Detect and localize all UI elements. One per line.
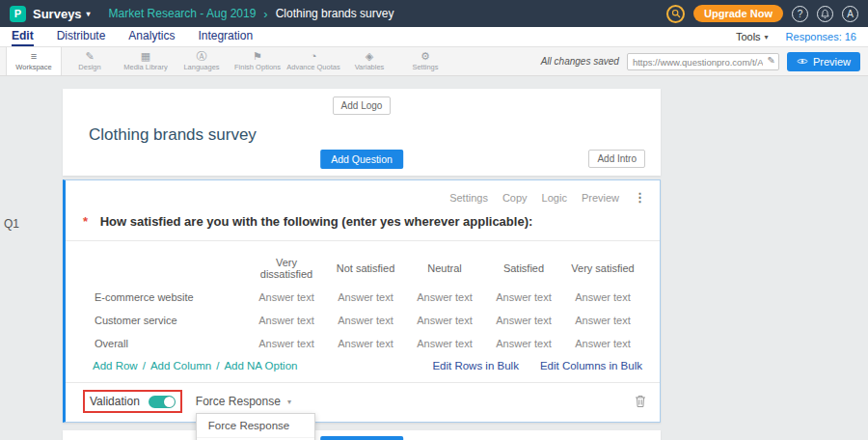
breadcrumb: Market Research - Aug 2019 › Clothing br… xyxy=(109,7,394,21)
question-settings-link[interactable]: Settings xyxy=(449,192,488,204)
row-label[interactable]: Overall xyxy=(93,332,247,355)
force-response-value: Force Response xyxy=(196,395,281,408)
more-options-icon[interactable]: ⋮ xyxy=(634,190,646,205)
answer-cell[interactable]: Answer text xyxy=(484,309,563,332)
responses-link[interactable]: Responses: 16 xyxy=(786,31,856,42)
validation-label: Validation xyxy=(90,395,140,408)
add-column-link[interactable]: Add Column xyxy=(150,360,211,371)
product-switcher[interactable]: Surveys ▾ xyxy=(33,7,91,21)
advance-quotas-icon: ◔ xyxy=(311,51,317,62)
breadcrumb-current: Clothing brands survey xyxy=(276,7,394,20)
tab-analytics[interactable]: Analytics xyxy=(128,27,175,46)
question-logic-link[interactable]: Logic xyxy=(542,192,567,204)
notifications-bell-icon[interactable] xyxy=(817,6,833,22)
column-header[interactable]: Neutral xyxy=(405,251,484,286)
tab-edit[interactable]: Edit xyxy=(12,27,34,46)
question-title-row: * How satisfied are you with the followi… xyxy=(66,205,660,241)
column-header[interactable]: Not satisfied xyxy=(326,251,405,286)
question-preview-link[interactable]: Preview xyxy=(582,192,619,204)
add-na-option-link[interactable]: Add NA Option xyxy=(224,360,297,371)
upgrade-now-button[interactable]: Upgrade Now xyxy=(693,5,783,22)
answer-cell[interactable]: Answer text xyxy=(326,332,405,355)
edit-url-pencil-icon[interactable]: ✎ xyxy=(767,55,774,66)
tab-distribute[interactable]: Distribute xyxy=(57,27,106,46)
answer-cell[interactable]: Answer text xyxy=(563,332,642,355)
tools-dropdown[interactable]: Tools ▾ xyxy=(736,31,769,42)
media-library-icon: ▦ xyxy=(141,51,150,62)
add-question-button-bottom[interactable]: Add Question xyxy=(320,436,403,440)
answer-cell[interactable]: Answer text xyxy=(484,286,563,309)
save-status: All changes saved xyxy=(541,56,619,67)
top-bar: P Surveys ▾ Market Research - Aug 2019 ›… xyxy=(0,0,868,27)
validation-row: Validation Force Response ▾ Force Respon… xyxy=(66,382,660,422)
tab-integration[interactable]: Integration xyxy=(198,27,253,46)
answer-cell[interactable]: Answer text xyxy=(326,286,405,309)
answer-cell[interactable]: Answer text xyxy=(247,286,326,309)
finish-options-icon: ⚑ xyxy=(253,51,262,62)
toolbar-item-languages[interactable]: Ⓐ Languages xyxy=(174,47,230,75)
toolbar-item-settings[interactable]: ⚙ Settings xyxy=(397,47,453,75)
row-label[interactable]: E-commerce website xyxy=(93,286,247,309)
answer-cell[interactable]: Answer text xyxy=(247,309,326,332)
answer-cell[interactable]: Answer text xyxy=(405,332,484,355)
answer-cell[interactable]: Answer text xyxy=(484,332,563,355)
survey-title[interactable]: Clothing brands survey xyxy=(89,125,661,145)
breadcrumb-folder-link[interactable]: Market Research - Aug 2019 xyxy=(109,7,257,20)
answer-cell[interactable]: Answer text xyxy=(405,286,484,309)
table-edit-links: Add Row / Add Column / Add NA Option Edi… xyxy=(66,355,660,382)
avatar[interactable]: A xyxy=(842,6,858,22)
survey-url-wrap: ✎ xyxy=(627,52,779,71)
app-window: P Surveys ▾ Market Research - Aug 2019 ›… xyxy=(0,0,868,440)
add-row-link[interactable]: Add Row xyxy=(93,360,138,371)
toolbar-item-advance-quotas[interactable]: ◔ Advance Quotas xyxy=(285,47,341,75)
validation-annotation-highlight: Validation xyxy=(83,390,182,413)
edit-rows-bulk-link[interactable]: Edit Rows in Bulk xyxy=(432,360,518,371)
table-row: Overall Answer text Answer text Answer t… xyxy=(93,332,642,355)
chevron-right-icon: › xyxy=(263,7,267,21)
link-separator: / xyxy=(216,360,219,371)
main-nav: Edit Distribute Analytics Integration To… xyxy=(0,27,868,47)
nav-tabs: Edit Distribute Analytics Integration xyxy=(12,27,253,46)
workspace-icon: ≡ xyxy=(31,51,37,62)
answer-cell[interactable]: Answer text xyxy=(405,309,484,332)
delete-question-trash-icon[interactable] xyxy=(635,395,646,408)
column-header[interactable]: Satisfied xyxy=(484,251,563,286)
editor-canvas: Q1 Add Logo Clothing brands survey Add Q… xyxy=(0,76,868,440)
answer-cell[interactable]: Answer text xyxy=(247,332,326,355)
edit-columns-bulk-link[interactable]: Edit Columns in Bulk xyxy=(540,360,642,371)
preview-button[interactable]: Preview xyxy=(787,52,860,71)
question-text[interactable]: How satisfied are you with the following… xyxy=(100,214,533,229)
add-logo-button[interactable]: Add Logo xyxy=(333,96,392,115)
gear-icon: ⚙ xyxy=(420,51,430,62)
add-intro-button[interactable]: Add Intro xyxy=(588,150,645,168)
toolbar-item-workspace[interactable]: ≡ Workspace xyxy=(6,47,62,75)
caret-down-icon: ▾ xyxy=(765,33,769,41)
validation-toggle[interactable] xyxy=(149,396,176,408)
search-icon[interactable] xyxy=(666,5,685,23)
matrix-table-wrap: Very dissatisfied Not satisfied Neutral … xyxy=(66,241,660,355)
question-number-label: Q1 xyxy=(4,217,19,231)
row-label[interactable]: Customer service xyxy=(93,309,247,332)
answer-cell[interactable]: Answer text xyxy=(563,309,642,332)
survey-url-input[interactable] xyxy=(627,53,779,70)
questionpro-logo[interactable]: P xyxy=(10,6,26,22)
force-response-dropdown-menu: Force Response Request Response xyxy=(196,413,315,440)
question-copy-link[interactable]: Copy xyxy=(502,192,528,204)
design-icon: ✎ xyxy=(85,51,94,62)
toolbar-item-variables[interactable]: ◈ Variables xyxy=(341,47,397,75)
toolbar-item-design[interactable]: ✎ Design xyxy=(62,47,118,75)
help-button[interactable]: ? xyxy=(792,6,808,22)
answer-cell[interactable]: Answer text xyxy=(326,309,405,332)
toolbar-item-finish-options[interactable]: ⚑ Finish Options xyxy=(230,47,285,75)
question-actions: Settings Copy Logic Preview ⋮ xyxy=(66,180,660,205)
column-header[interactable]: Very dissatisfied xyxy=(247,251,326,286)
required-asterisk: * xyxy=(83,214,88,229)
add-question-button-top[interactable]: Add Question xyxy=(320,150,403,169)
answer-cell[interactable]: Answer text xyxy=(563,286,642,309)
force-response-select[interactable]: Force Response ▾ Force Response Request … xyxy=(196,395,291,408)
toolbar-item-media-library[interactable]: ▦ Media Library xyxy=(118,47,174,75)
toolbar-right: All changes saved ✎ Preview xyxy=(541,47,862,75)
column-header[interactable]: Very satisfied xyxy=(563,251,642,286)
survey-page: Add Logo Clothing brands survey Add Ques… xyxy=(63,89,661,440)
menu-item-force-response[interactable]: Force Response xyxy=(197,414,314,437)
